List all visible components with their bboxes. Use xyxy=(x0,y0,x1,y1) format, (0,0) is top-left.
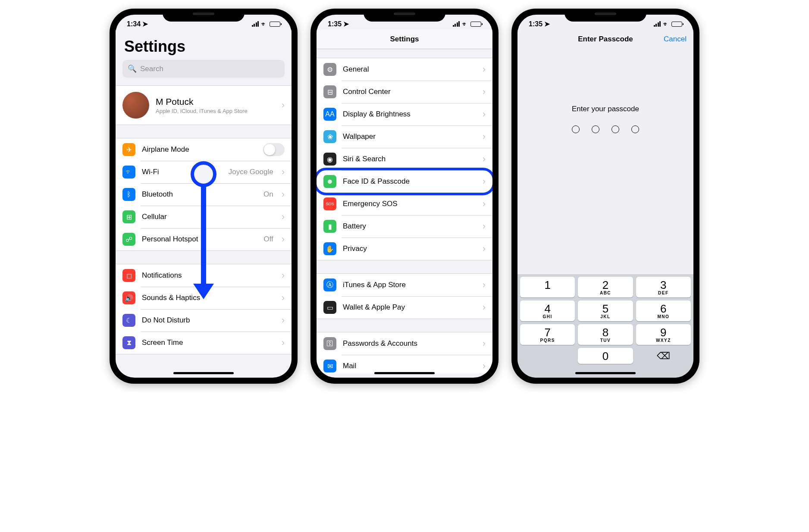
wallpaper-icon: ❀ xyxy=(323,130,336,143)
keypad-key-1[interactable]: 1 xyxy=(520,277,575,297)
key-letters: WXYZ xyxy=(636,338,691,343)
status-time: 1:35 xyxy=(328,20,342,28)
keypad-key-7[interactable]: 7PQRS xyxy=(520,324,575,345)
passcode-dot xyxy=(631,125,639,133)
apple-id-cell[interactable]: M Potuck Apple ID, iCloud, iTunes & App … xyxy=(116,86,292,125)
cell-label: Privacy xyxy=(343,244,474,253)
chevron-right-icon: › xyxy=(483,302,486,313)
chevron-right-icon: › xyxy=(282,189,285,200)
status-time: 1:34 xyxy=(127,20,141,28)
cell-label: General xyxy=(343,65,474,74)
settings-cell-passwords-accounts[interactable]: ⚿Passwords & Accounts› xyxy=(317,332,492,355)
chevron-right-icon: › xyxy=(483,131,486,142)
key-letters: PQRS xyxy=(520,338,575,343)
controlcenter-icon: ⊟ xyxy=(323,85,336,98)
passwords-icon: ⚿ xyxy=(323,337,336,350)
key-letters: TUV xyxy=(578,338,633,343)
toggle-switch[interactable] xyxy=(263,143,285,156)
settings-cell-wallpaper[interactable]: ❀Wallpaper› xyxy=(317,125,492,148)
settings-cell-control-center[interactable]: ⊟Control Center› xyxy=(317,81,492,103)
settings-cell-wallet-apple-pay[interactable]: ▭Wallet & Apple Pay› xyxy=(317,296,492,319)
keypad-key-0[interactable]: 0 xyxy=(578,348,633,364)
cell-label: Wallet & Apple Pay xyxy=(343,303,474,312)
passcode-dot xyxy=(572,125,580,133)
chevron-right-icon: › xyxy=(483,221,486,232)
settings-cell-display-brightness[interactable]: AADisplay & Brightness› xyxy=(317,103,492,125)
settings-cell-screen-time[interactable]: ⧗Screen Time› xyxy=(116,332,292,354)
keypad-key-9[interactable]: 9WXYZ xyxy=(636,324,691,345)
settings-cell-battery[interactable]: ▮Battery› xyxy=(317,215,492,238)
chevron-right-icon: › xyxy=(483,86,486,97)
screen-2: 1:35➤ ᯤ Settings ⚙General›⊟Control Cente… xyxy=(317,15,492,378)
hotspot-icon: ☍ xyxy=(122,233,135,246)
location-icon: ➤ xyxy=(544,20,550,28)
location-icon: ➤ xyxy=(142,20,148,28)
passcode-dots xyxy=(517,125,693,133)
keypad-backspace[interactable]: ⌫ xyxy=(636,348,691,364)
cell-value: Off xyxy=(263,235,273,244)
nav-bar: Settings xyxy=(317,30,492,49)
battery-icon xyxy=(270,22,280,27)
signal-icon xyxy=(453,21,460,27)
cell-label: Display & Brightness xyxy=(343,110,474,119)
settings-cell-airplane-mode[interactable]: ✈Airplane Mode xyxy=(116,138,292,161)
key-letters: MNO xyxy=(636,314,691,319)
settings-cell-siri-search[interactable]: ◉Siri & Search› xyxy=(317,148,492,170)
wifi-status-icon: ᯤ xyxy=(261,20,267,28)
keypad-key-4[interactable]: 4GHI xyxy=(520,300,575,321)
key-digit: 5 xyxy=(578,303,633,314)
cell-label: Emergency SOS xyxy=(343,200,474,208)
key-digit: 1 xyxy=(520,279,575,291)
notch xyxy=(564,9,646,22)
cell-label: Battery xyxy=(343,222,474,231)
home-indicator[interactable] xyxy=(173,372,234,374)
keypad-key-5[interactable]: 5JKL xyxy=(578,300,633,321)
settings-cell-mail[interactable]: ✉Mail› xyxy=(317,355,492,373)
chevron-right-icon: › xyxy=(282,337,285,348)
cell-label: Airplane Mode xyxy=(142,145,257,154)
key-digit: 4 xyxy=(520,303,575,314)
chevron-right-icon: › xyxy=(282,315,285,326)
chevron-right-icon: › xyxy=(483,279,486,291)
settings-cell-general[interactable]: ⚙General› xyxy=(317,58,492,81)
keypad-key-6[interactable]: 6MNO xyxy=(636,300,691,321)
battery-icon xyxy=(470,22,481,27)
chevron-right-icon: › xyxy=(483,153,486,165)
settings-cell-emergency-sos[interactable]: SOSEmergency SOS› xyxy=(317,193,492,215)
settings-cell-itunes-app-store[interactable]: ⒶiTunes & App Store› xyxy=(317,274,492,296)
key-letters: ABC xyxy=(578,291,633,295)
cellular-icon: ⊞ xyxy=(122,210,135,223)
passcode-prompt: Enter your passcode xyxy=(517,105,693,113)
settings-cell-privacy[interactable]: ✋Privacy› xyxy=(317,238,492,260)
keypad-key-3[interactable]: 3DEF xyxy=(636,277,691,297)
cell-label: Do Not Disturb xyxy=(142,316,273,325)
siri-icon: ◉ xyxy=(323,153,336,166)
chevron-right-icon: › xyxy=(282,270,285,281)
home-indicator[interactable] xyxy=(575,372,636,374)
settings-cell-face-id-passcode[interactable]: ☻Face ID & Passcode› xyxy=(317,170,492,193)
bluetooth-icon: ᛒ xyxy=(122,188,135,201)
cell-label: Passwords & Accounts xyxy=(343,339,474,348)
chevron-right-icon: › xyxy=(282,234,285,245)
account-name: M Potuck xyxy=(156,97,273,107)
signal-icon xyxy=(252,21,259,27)
chevron-right-icon: › xyxy=(282,292,285,304)
settings-cell-do-not-disturb[interactable]: ☾Do Not Disturb› xyxy=(116,309,292,332)
search-input[interactable]: 🔍 Search xyxy=(122,60,285,78)
account-subtitle: Apple ID, iCloud, iTunes & App Store xyxy=(156,108,273,114)
key-digit: 6 xyxy=(636,303,691,314)
home-indicator[interactable] xyxy=(374,372,435,374)
chevron-right-icon: › xyxy=(483,64,486,75)
battery-icon xyxy=(671,22,682,27)
display-icon: AA xyxy=(323,108,336,121)
passcode-dot xyxy=(592,125,599,133)
scroll-down-arrow-annotation xyxy=(191,161,216,299)
screen-1: 1:34➤ ᯤ Settings 🔍 Search M Potuck Apple… xyxy=(116,15,292,378)
cancel-button[interactable]: Cancel xyxy=(664,35,687,44)
signal-icon xyxy=(654,21,661,27)
airplane-icon: ✈ xyxy=(122,143,135,156)
chevron-right-icon: › xyxy=(483,198,486,210)
keypad-key-8[interactable]: 8TUV xyxy=(578,324,633,345)
cell-label: Screen Time xyxy=(142,338,273,347)
keypad-key-2[interactable]: 2ABC xyxy=(578,277,633,297)
